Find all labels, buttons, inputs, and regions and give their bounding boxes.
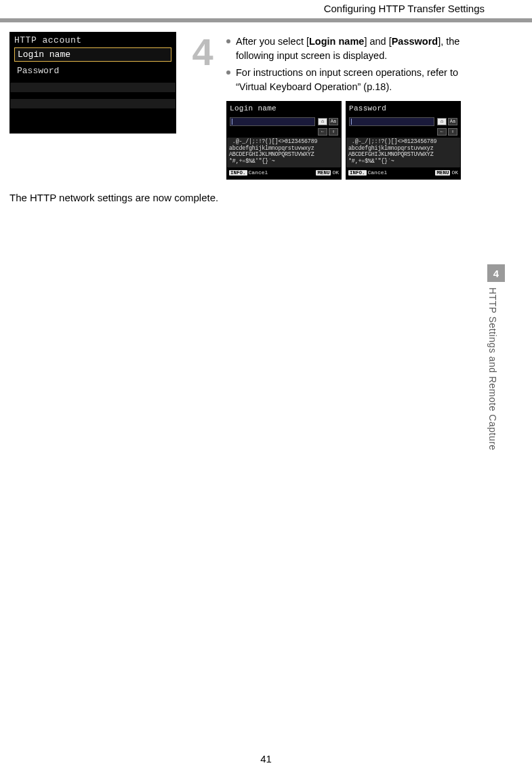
- completion-text: The HTTP network settings are now comple…: [9, 192, 491, 203]
- kb-footer: INFO.Cancel MENUOK: [227, 167, 341, 179]
- kb-delete-icons: ← ⇧: [437, 128, 457, 136]
- cancel-label: Cancel: [249, 169, 268, 176]
- mode-icon: Aa: [329, 118, 338, 125]
- kb-icon-row2: ← ⇧: [346, 128, 460, 138]
- kb-input: [349, 117, 434, 126]
- key-icon: ⌂: [437, 118, 447, 125]
- info-tag: INFO.: [348, 170, 367, 176]
- side-tab-number: 4: [487, 264, 505, 282]
- side-tab-label: HTTP Settings and Remote Capture: [487, 287, 498, 477]
- bold-password: Password: [392, 36, 438, 47]
- kb-input: [230, 117, 315, 126]
- text: ] and [: [364, 36, 391, 47]
- step-description: After you select [Login name] and [Passw…: [226, 32, 491, 180]
- keyboard-password: Password ⌂ Aa ← ⇧: [346, 101, 461, 179]
- kb-footer: INFO.Cancel MENUOK: [346, 167, 460, 179]
- cancel-label: Cancel: [368, 169, 388, 176]
- kb-title: Login name: [227, 102, 341, 116]
- kb-title: Password: [346, 102, 460, 116]
- page-header-title: Configuring HTTP Transfer Settings: [0, 0, 532, 18]
- kb-mode-icons: ⌂ Aa: [318, 118, 338, 125]
- kb-chars: .@-_/|;:!?()[]<>0123456789 abcdefghijklm…: [346, 138, 460, 167]
- key-icon: ⌂: [318, 118, 327, 125]
- info-tag: INFO.: [229, 170, 247, 176]
- menu-strip: [10, 83, 176, 92]
- kb-delete-icons: ← ⇧: [318, 128, 338, 136]
- ok-label: OK: [332, 169, 339, 176]
- kb-chars-line: .@-_/|;:!?()[]<>0123456789: [232, 138, 317, 145]
- http-account-menu: HTTP account Login name Password: [9, 32, 176, 134]
- menu-item-password: Password: [14, 64, 171, 77]
- keyboard-login: Login name ⌂ Aa ← ⇧: [226, 101, 342, 179]
- kb-mode-icons: ⌂ Aa: [437, 118, 457, 125]
- menu-tag: MENU: [435, 170, 450, 176]
- text: After you select [: [236, 36, 309, 47]
- mode-icon: Aa: [448, 118, 457, 125]
- bullet-1: After you select [Login name] and [Passw…: [226, 35, 491, 63]
- ok-label: OK: [451, 169, 458, 176]
- shift-icon: ⇧: [448, 128, 457, 136]
- cursor-icon: [351, 119, 352, 125]
- kb-char-row: *#,+=$%&'"{}`~: [348, 159, 458, 165]
- delete-icon: ←: [318, 128, 327, 136]
- bold-login: Login name: [309, 36, 364, 47]
- cursor-icon: [232, 119, 232, 125]
- kb-input-row: ⌂ Aa: [346, 116, 460, 128]
- keyboard-screenshots: Login name ⌂ Aa ← ⇧: [226, 101, 491, 179]
- step-number: 4: [184, 32, 218, 71]
- kb-icon-row2: ← ⇧: [227, 128, 341, 138]
- delete-icon: ←: [437, 128, 447, 136]
- bullet-2: For instructions on input screen operati…: [226, 66, 491, 94]
- kb-chars: .@-_/|;:!?()[]<>0123456789 abcdefghijklm…: [227, 138, 341, 167]
- page-number: 41: [0, 753, 532, 765]
- kb-input-row: ⌂ Aa: [227, 116, 341, 128]
- menu-strip: [10, 99, 176, 108]
- menu-title: HTTP account: [10, 33, 176, 47]
- kb-char-row: *#,+=$%&'"{}`~: [229, 159, 339, 165]
- side-tab: 4 HTTP Settings and Remote Capture: [487, 264, 505, 477]
- menu-tag: MENU: [316, 170, 331, 176]
- kb-chars-line: .@-_/|;:!?()[]<>0123456789: [352, 138, 436, 145]
- shift-icon: ⇧: [329, 128, 338, 136]
- menu-item-login: Login name: [14, 47, 171, 62]
